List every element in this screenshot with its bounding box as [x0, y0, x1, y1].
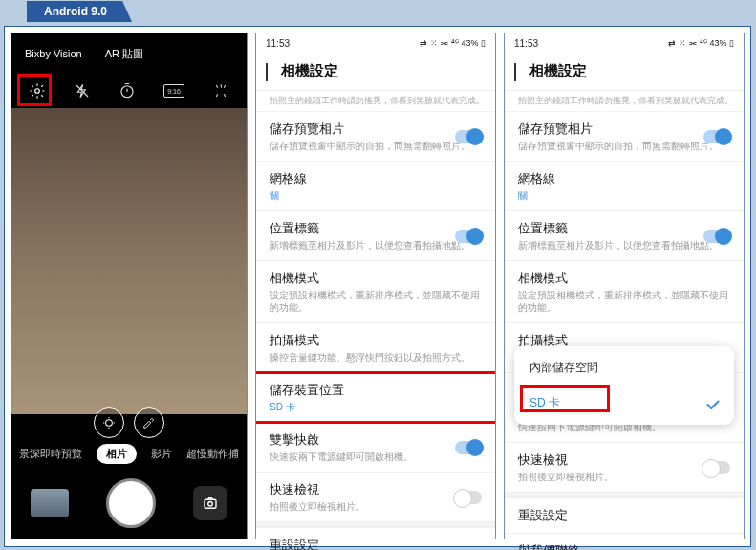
top-description: 拍照主的鏡頭工作時請勿搖晃，你看到笑臉就代表完成。	[256, 91, 495, 111]
svg-point-3	[106, 420, 113, 427]
item-camera-modes[interactable]: 相機模式設定預設相機模式，重新排序模式，並隱藏不使用的功能。	[505, 260, 744, 322]
item-contact-us[interactable]: 與我們聯絡	[505, 533, 744, 550]
ar-sticker-tab[interactable]: AR 貼圖	[105, 47, 143, 61]
status-bar: 11:53 ⇄ ⁙ ⫘ ⁴ᴳ 43% ▯	[505, 33, 744, 53]
status-indicators: ⇄ ⁙ ⫘ ⁴ᴳ 43% ▯	[420, 38, 486, 48]
camera-top-bar: Bixby Vision AR 貼圖	[11, 33, 247, 74]
camera-viewfinder[interactable]	[11, 108, 247, 414]
effects-icon[interactable]	[212, 82, 229, 99]
mode-photo[interactable]: 相片	[97, 444, 137, 464]
camera-bottom-bar	[11, 468, 247, 539]
scene-optimizer-icon[interactable]	[94, 407, 124, 438]
phone-camera: Bixby Vision AR 貼圖 9:16 景深即時預覽 相片 影片 超慢動…	[11, 33, 248, 539]
shutter-button[interactable]	[106, 478, 156, 528]
svg-point-0	[35, 89, 40, 94]
toggle-off[interactable]	[455, 491, 482, 504]
camera-mode-strip[interactable]: 景深即時預覽 相片 影片 超慢動作捕	[11, 439, 247, 468]
toggle-on[interactable]	[455, 230, 482, 243]
os-version-tab: Android 9.0	[27, 1, 132, 22]
page-title: 相機設定	[281, 62, 338, 80]
mode-video[interactable]: 影片	[151, 447, 172, 461]
item-shooting-methods[interactable]: 拍攝模式操控音量鍵功能、懸浮快門按鈕以及拍照方式。	[256, 322, 495, 372]
back-icon[interactable]	[514, 63, 516, 80]
phone-settings-storage: 11:53 ⇄ ⁙ ⫘ ⁴ᴳ 43% ▯ 相機設定 拍照主的鏡頭工作時請勿搖晃，…	[255, 33, 496, 539]
camera-mid-icons	[11, 407, 247, 438]
svg-point-5	[208, 502, 213, 507]
switch-camera-icon[interactable]	[193, 486, 227, 520]
bixby-vision-tab[interactable]: Bixby Vision	[25, 48, 82, 59]
status-bar: 11:53 ⇄ ⁙ ⫘ ⁴ᴳ 43% ▯	[256, 33, 495, 53]
item-location-tag[interactable]: 位置標籤新增標籤至相片及影片，以便您查看拍攝地點。	[256, 210, 495, 260]
toggle-on[interactable]	[455, 130, 482, 143]
svg-rect-4	[205, 499, 216, 508]
status-indicators: ⇄ ⁙ ⫘ ⁴ᴳ 43% ▯	[668, 38, 734, 48]
page-title: 相機設定	[529, 62, 587, 80]
settings-list: 儲存預覽相片儲存預覽視窗中顯示的自拍，而無需翻轉照片。 網格線關 位置標籤新增標…	[256, 111, 495, 550]
dropdown-internal-storage[interactable]: 內部儲存空間	[514, 350, 734, 385]
item-reset[interactable]: 重設設定	[505, 497, 744, 533]
item-quick-review[interactable]: 快速檢視拍照後立即檢視相片。	[256, 472, 495, 521]
toggle-on[interactable]	[703, 230, 730, 243]
toggle-off[interactable]	[703, 461, 730, 474]
check-icon	[706, 397, 719, 409]
toggle-on[interactable]	[455, 441, 482, 454]
flash-icon[interactable]	[74, 82, 91, 99]
top-description: 拍照主的鏡頭工作時請勿搖晃，你看到笑臉就代表完成。	[505, 91, 744, 111]
item-reset[interactable]: 重設設定	[256, 527, 495, 550]
dropdown-sd-card[interactable]: SD 卡	[514, 385, 734, 421]
item-grid-lines[interactable]: 網格線關	[256, 161, 495, 210]
item-save-preview[interactable]: 儲存預覽相片儲存預覽視窗中顯示的自拍，而無需翻轉照片。	[505, 111, 744, 161]
settings-header: 相機設定	[256, 53, 495, 91]
mode-slowmo[interactable]: 超慢動作捕	[186, 447, 239, 461]
settings-list: 儲存預覽相片儲存預覽視窗中顯示的自拍，而無需翻轉照片。 網格線關 位置標籤新增標…	[505, 111, 744, 550]
item-quick-review[interactable]: 快速檢視拍照後立即檢視相片。	[505, 442, 744, 492]
mode-scene[interactable]: 景深即時預覽	[19, 447, 82, 461]
gear-icon[interactable]	[29, 82, 46, 99]
item-save-preview[interactable]: 儲存預覽相片儲存預覽視窗中顯示的自拍，而無需翻轉照片。	[256, 111, 495, 161]
aspect-ratio-icon[interactable]: 9:16	[163, 84, 184, 98]
status-time: 11:53	[266, 38, 290, 49]
item-grid-lines[interactable]: 網格線關	[505, 161, 744, 210]
status-time: 11:53	[514, 38, 538, 49]
settings-header: 相機設定	[505, 53, 744, 91]
item-camera-modes[interactable]: 相機模式設定預設相機模式，重新排序模式，並隱藏不使用的功能。	[256, 260, 495, 322]
beauty-icon[interactable]	[134, 407, 164, 438]
gallery-thumbnail[interactable]	[31, 489, 69, 517]
item-storage-location[interactable]: 儲存裝置位置SD 卡	[256, 372, 495, 422]
phone-settings-dropdown: 11:53 ⇄ ⁙ ⫘ ⁴ᴳ 43% ▯ 相機設定 拍照主的鏡頭工作時請勿搖晃，…	[504, 33, 745, 539]
item-quick-launch[interactable]: 雙擊快啟快速按兩下電源鍵即可開啟相機。	[256, 422, 495, 472]
camera-icon-row: 9:16	[11, 74, 247, 108]
screenshot-comparison: Bixby Vision AR 貼圖 9:16 景深即時預覽 相片 影片 超慢動…	[4, 26, 751, 547]
timer-icon[interactable]	[119, 82, 136, 99]
toggle-on[interactable]	[703, 130, 730, 143]
item-location-tag[interactable]: 位置標籤新增標籤至相片及影片，以便您查看拍攝地點。	[505, 210, 744, 260]
back-icon[interactable]	[266, 63, 268, 80]
storage-dropdown: 內部儲存空間 SD 卡	[514, 346, 734, 425]
